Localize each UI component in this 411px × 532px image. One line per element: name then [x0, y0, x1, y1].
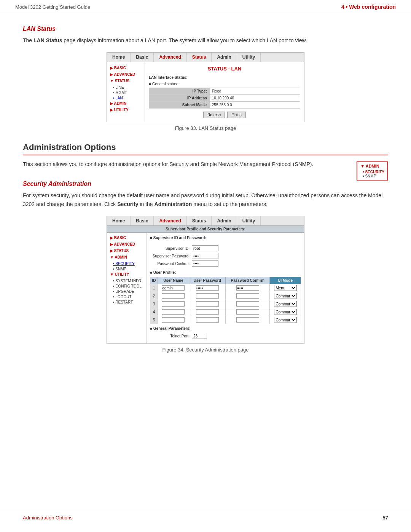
user-pw-input-4[interactable] — [196, 309, 219, 315]
lan-status-bold: LAN Status — [33, 37, 62, 43]
admin-options-section: Administration Options ▼ ADMIN • SECURIT… — [23, 142, 388, 181]
col-password: User Password — [189, 277, 226, 284]
admin-widget-snmp: • SNMP — [363, 174, 384, 178]
admin-options-title: Administration Options — [23, 142, 388, 155]
user-mode-5: CommandMenu — [270, 316, 301, 324]
user-confirm-input-1[interactable] — [236, 285, 259, 291]
sec-sidebar-restart: • RESTART — [110, 300, 143, 304]
user-profile-table: ID User Name User Password Password Conf… — [150, 277, 301, 324]
lan-nav-bar: Home Basic Advanced Status Admin Utility — [107, 53, 304, 62]
supervisor-confirm-input[interactable] — [192, 260, 218, 267]
security-admin-figure: Home Basic Advanced Status Admin Utility… — [23, 216, 388, 353]
finish-button[interactable]: Finish — [227, 112, 246, 118]
col-uimode: UI Mode — [270, 277, 301, 284]
supervisor-id-row: Supervisor ID: — [150, 245, 301, 251]
sec-sidebar-status: ▶ STATUS — [110, 249, 143, 253]
sec-sidebar-snmp: • SNMP — [110, 267, 143, 271]
user-confirm-input-4[interactable] — [236, 309, 259, 315]
user-name-input-3[interactable] — [162, 301, 185, 307]
user-mode-select-2[interactable]: CommandMenu — [274, 293, 297, 299]
col-confirm: Password Confirm — [226, 277, 270, 284]
admin-widget-title: ▼ ADMIN — [360, 164, 384, 168]
lan-sidebar-admin: ▶ ADMIN — [110, 101, 142, 105]
sec-sidebar-logout: • LOGOUT — [110, 295, 143, 299]
security-figure-caption: Figure 34. Security Administration page — [162, 347, 249, 353]
nav-utility: Utility — [237, 53, 261, 62]
table-row: Subnet Mask: 255.255.0.0 — [149, 102, 300, 109]
user-name-input-4[interactable] — [162, 309, 185, 315]
supervisor-pw-input[interactable] — [192, 253, 218, 259]
sec-sidebar-configtool: • CONFIG TOOL — [110, 284, 143, 288]
sec-sidebar-admin: ▼ ADMIN — [110, 255, 143, 259]
lan-status-description: The LAN Status page displays information… — [23, 36, 388, 45]
user-id-1: 1 — [150, 284, 158, 292]
sec-nav-utility: Utility — [237, 216, 261, 225]
user-confirm-3 — [226, 300, 270, 308]
supervisor-id-input[interactable] — [192, 245, 218, 251]
col-username: User Name — [158, 277, 189, 284]
user-confirm-1 — [226, 284, 270, 292]
sec-sidebar-sysinfo: • SYSTEM INFO — [110, 279, 143, 283]
table-row: IP Type: Fixed — [149, 88, 300, 95]
sec-nav-admin: Admin — [212, 216, 237, 225]
lan-general-label: ■ General status: — [149, 82, 300, 86]
admin-widget: ▼ ADMIN • SECURITY • SNMP — [357, 161, 388, 181]
admin-options-description: This section allows you to conifugre adm… — [23, 160, 388, 168]
footer-section-name: Administration Options — [23, 515, 73, 521]
user-mode-1: MenuCommand — [270, 284, 301, 292]
user-confirm-input-5[interactable] — [236, 317, 259, 323]
lan-sidebar-line: • LINE — [110, 85, 142, 89]
user-name-input-2[interactable] — [162, 293, 185, 299]
user-name-2 — [158, 292, 189, 300]
telnet-input[interactable] — [192, 333, 207, 339]
user-pw-input-3[interactable] — [196, 301, 219, 307]
user-name-input-5[interactable] — [162, 317, 185, 323]
admin-bold: Administration — [155, 201, 192, 207]
user-row-4: 4 CommandMenu — [150, 308, 301, 316]
user-mode-select-1[interactable]: MenuCommand — [274, 285, 297, 291]
security-bold: Security — [117, 201, 138, 207]
user-row-1: 1 MenuCommand — [150, 284, 301, 292]
user-confirm-5 — [226, 316, 270, 324]
subnet-mask-value: 255.255.0.0 — [209, 102, 300, 109]
user-pw-2 — [189, 292, 226, 300]
user-pw-input-5[interactable] — [196, 317, 219, 323]
user-pw-input-2[interactable] — [196, 293, 219, 299]
lan-router-body: ▶ BASIC ▶ ADVANCED ▼ STATUS • LINE • MGM… — [107, 62, 304, 122]
lan-sidebar-status: ▼ STATUS — [110, 79, 142, 83]
admin-widget-security: • SECURITY — [363, 170, 384, 174]
user-mode-select-5[interactable]: CommandMenu — [274, 317, 297, 323]
table-row: IP Address 10.10.200.40 — [149, 95, 300, 102]
user-mode-2: CommandMenu — [270, 292, 301, 300]
user-mode-select-4[interactable]: CommandMenu — [274, 309, 297, 315]
nav-home: Home — [107, 53, 131, 62]
lan-main-area: STATUS - LAN LAN Interface Status: ■ Gen… — [145, 62, 304, 122]
supervisor-section-label: ■ Supervisor ID and Password: — [150, 236, 301, 240]
user-pw-5 — [189, 316, 226, 324]
user-row-2: 2 CommandMenu — [150, 292, 301, 300]
user-name-input-1[interactable] — [162, 285, 185, 291]
security-mockup: Home Basic Advanced Status Admin Utility… — [107, 216, 304, 344]
lan-status-section: LAN Status The LAN Status page displays … — [23, 26, 388, 131]
ip-address-label: IP Address — [149, 95, 210, 102]
lan-sidebar-basic: ▶ BASIC — [110, 66, 142, 70]
lan-sidebar-advanced: ▶ ADVANCED — [110, 72, 142, 77]
security-admin-section: Security Administration For system secur… — [23, 181, 388, 353]
page-footer: Administration Options 57 — [0, 511, 411, 524]
sec-sidebar-basic: ▶ BASIC — [110, 236, 143, 240]
refresh-button[interactable]: Refresh — [203, 112, 225, 118]
security-nav-bar: Home Basic Advanced Status Admin Utility — [107, 216, 304, 226]
user-confirm-input-2[interactable] — [236, 293, 259, 299]
telnet-row: Telnet Port: — [150, 333, 301, 339]
general-params-label: ■ General Parameters: — [150, 326, 301, 331]
user-id-5: 5 — [150, 316, 158, 324]
user-row-3: 3 CommandMenu — [150, 300, 301, 308]
user-confirm-input-3[interactable] — [236, 301, 259, 307]
lan-status-figure: Home Basic Advanced Status Admin Utility… — [23, 52, 388, 131]
lan-page-title: STATUS - LAN — [149, 66, 300, 72]
user-pw-4 — [189, 308, 226, 316]
ip-address-value: 10.10.200.40 — [209, 95, 300, 102]
nav-advanced: Advanced — [154, 53, 186, 62]
user-pw-input-1[interactable] — [196, 285, 219, 291]
user-mode-select-3[interactable]: CommandMenu — [274, 301, 297, 307]
